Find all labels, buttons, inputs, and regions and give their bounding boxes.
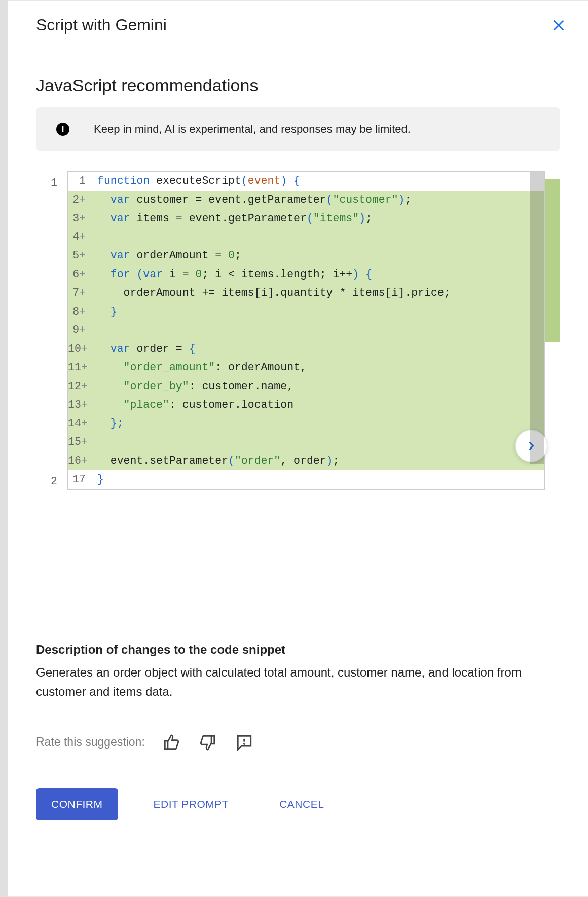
code-line: 13+ "place": customer.location bbox=[68, 396, 544, 415]
code-text bbox=[92, 228, 97, 246]
code-text: var orderAmount = 0; bbox=[92, 246, 241, 265]
inner-line-number: 4+ bbox=[68, 228, 92, 246]
confirm-button[interactable]: CONFIRM bbox=[36, 788, 118, 820]
code-line: 11+ "order_amount": orderAmount, bbox=[68, 358, 544, 377]
code-line: 16+ event.setParameter("order", order); bbox=[68, 452, 544, 470]
edit-prompt-button[interactable]: EDIT PROMPT bbox=[138, 788, 244, 820]
gemini-script-panel: Script with Gemini JavaScript recommenda… bbox=[8, 0, 588, 897]
inner-line-number: 16+ bbox=[68, 452, 92, 470]
thumbs-down-button[interactable] bbox=[198, 732, 218, 753]
inner-line-number: 11+ bbox=[68, 358, 92, 377]
description-text: Generates an order object with calculate… bbox=[36, 663, 560, 702]
svg-point-3 bbox=[244, 743, 244, 744]
cancel-button[interactable]: CANCEL bbox=[264, 788, 339, 820]
code-text: } bbox=[92, 303, 117, 321]
code-text: "place": customer.location bbox=[92, 396, 293, 415]
code-text: } bbox=[92, 470, 104, 489]
inner-line-number: 7+ bbox=[68, 284, 92, 303]
code-text: for (var i = 0; i < items.length; i++) { bbox=[92, 265, 372, 284]
inner-line-number: 6+ bbox=[68, 265, 92, 284]
code-line: 3+ var items = event.getParameter("items… bbox=[68, 209, 544, 228]
code-block[interactable]: 1function executeScript(event) {2+ var c… bbox=[67, 171, 545, 490]
code-line: 7+ orderAmount += items[i].quantity * it… bbox=[68, 284, 544, 303]
inner-line-number: 10+ bbox=[68, 340, 92, 358]
code-line: 9+ bbox=[68, 321, 544, 340]
outer-line-number: 2 bbox=[36, 472, 67, 491]
code-line: 2+ var customer = event.getParameter("cu… bbox=[68, 191, 544, 209]
close-icon bbox=[552, 18, 566, 32]
panel-body: JavaScript recommendations i Keep in min… bbox=[8, 50, 588, 896]
code-text bbox=[92, 433, 97, 452]
code-text: orderAmount += items[i].quantity * items… bbox=[92, 284, 451, 303]
code-text: "order_amount": orderAmount, bbox=[92, 358, 307, 377]
code-line: 8+ } bbox=[68, 303, 544, 321]
code-line: 14+ }; bbox=[68, 414, 544, 433]
close-button[interactable] bbox=[549, 16, 568, 34]
code-text: event.setParameter("order", order); bbox=[92, 452, 339, 470]
inner-line-number: 8+ bbox=[68, 303, 92, 321]
code-line: 4+ bbox=[68, 228, 544, 246]
inner-line-number: 2+ bbox=[68, 191, 92, 209]
scrollbar-overlay[interactable] bbox=[530, 172, 544, 464]
code-text: var items = event.getParameter("items"); bbox=[92, 209, 372, 228]
actions-row: CONFIRM EDIT PROMPT CANCEL bbox=[36, 788, 560, 820]
thumbs-up-icon bbox=[163, 734, 180, 751]
side-strip bbox=[0, 0, 8, 897]
inner-line-number: 12+ bbox=[68, 377, 92, 396]
code-line: 10+ var order = { bbox=[68, 340, 544, 358]
code-text: }; bbox=[92, 414, 124, 433]
code-inner: 1function executeScript(event) {2+ var c… bbox=[67, 171, 545, 627]
code-line: 5+ var orderAmount = 0; bbox=[68, 246, 544, 265]
inner-line-number: 17 bbox=[68, 470, 92, 489]
code-line: 12+ "order_by": customer.name, bbox=[68, 377, 544, 396]
inner-line-number: 9+ bbox=[68, 321, 92, 340]
inner-line-number: 13+ bbox=[68, 396, 92, 415]
code-text: function executeScript(event) { bbox=[92, 172, 300, 191]
code-text: var customer = event.getParameter("custo… bbox=[92, 191, 411, 209]
feedback-icon bbox=[236, 734, 253, 751]
panel-header: Script with Gemini bbox=[8, 1, 588, 50]
code-line: 15+ bbox=[68, 433, 544, 452]
inner-line-number: 1 bbox=[68, 172, 92, 191]
minimap-added-region bbox=[545, 179, 560, 342]
outer-gutter: 1 2 bbox=[36, 171, 67, 627]
inner-line-number: 5+ bbox=[68, 246, 92, 265]
rating-row: Rate this suggestion: bbox=[36, 732, 560, 753]
inner-line-number: 3+ bbox=[68, 209, 92, 228]
info-icon: i bbox=[56, 123, 69, 136]
section-heading: JavaScript recommendations bbox=[36, 76, 560, 95]
code-minimap[interactable] bbox=[545, 171, 560, 627]
thumbs-down-icon bbox=[199, 734, 216, 751]
code-text bbox=[92, 321, 97, 340]
notice-box: i Keep in mind, AI is experimental, and … bbox=[36, 107, 560, 151]
code-line: 17} bbox=[68, 470, 544, 489]
inner-line-number: 14+ bbox=[68, 414, 92, 433]
description-heading: Description of changes to the code snipp… bbox=[36, 643, 560, 657]
code-text: "order_by": customer.name, bbox=[92, 377, 293, 396]
rating-label: Rate this suggestion: bbox=[36, 735, 145, 749]
thumbs-up-button[interactable] bbox=[161, 732, 181, 753]
code-diff-area: 1 2 1function executeScript(event) {2+ v… bbox=[36, 171, 560, 627]
inner-line-number: 15+ bbox=[68, 433, 92, 452]
outer-line-number: 1 bbox=[36, 174, 67, 193]
feedback-button[interactable] bbox=[234, 732, 254, 753]
panel-title: Script with Gemini bbox=[36, 16, 167, 34]
code-line: 6+ for (var i = 0; i < items.length; i++… bbox=[68, 265, 544, 284]
code-text: var order = { bbox=[92, 340, 196, 358]
code-line: 1function executeScript(event) { bbox=[68, 172, 544, 191]
notice-text: Keep in mind, AI is experimental, and re… bbox=[94, 123, 411, 136]
